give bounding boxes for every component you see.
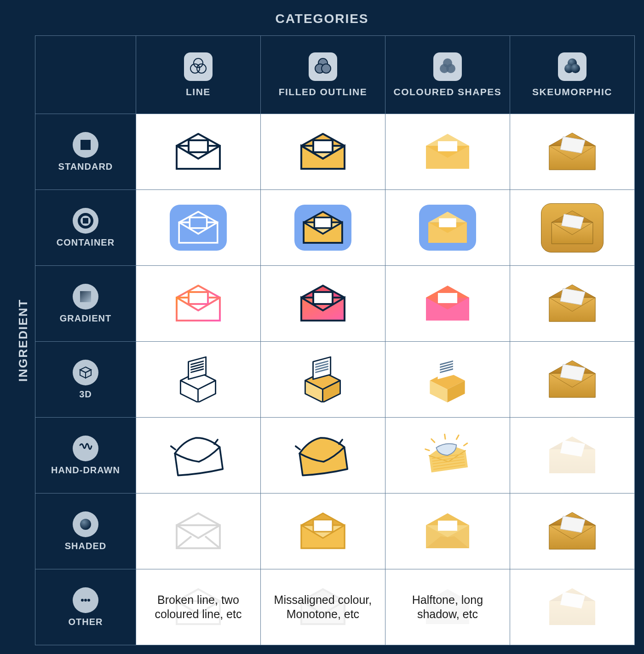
icon-style-matrix: LINE FILLED OUTLINE xyxy=(35,35,635,645)
cell-shaded-skeu xyxy=(510,493,634,569)
col-head-filled-outline: FILLED OUTLINE xyxy=(260,36,385,114)
svg-line-98 xyxy=(426,448,429,451)
svg-marker-62 xyxy=(80,370,86,378)
categories-title: CATEGORIES xyxy=(9,11,635,26)
cell-shaded-coloured xyxy=(385,493,510,569)
cell-3d-line xyxy=(136,342,260,418)
other-text-filled-outline: Missaligned colour, Monotone, etc xyxy=(261,569,385,645)
cell-standard-line xyxy=(136,114,260,190)
svg-point-8 xyxy=(446,64,455,73)
svg-point-127 xyxy=(87,599,90,602)
svg-point-125 xyxy=(81,599,84,602)
cell-container-filled-outline xyxy=(260,190,385,266)
svg-marker-63 xyxy=(86,370,91,378)
venn-skeu-icon xyxy=(558,52,586,81)
cell-container-line xyxy=(136,190,260,266)
svg-line-97 xyxy=(456,435,459,439)
svg-rect-118 xyxy=(438,521,457,531)
svg-point-11 xyxy=(571,64,580,73)
svg-rect-45 xyxy=(80,291,91,302)
cell-standard-filled-outline xyxy=(260,114,385,190)
col-head-coloured-shapes: COLOURED SHAPES xyxy=(385,36,510,114)
svg-rect-114 xyxy=(313,520,333,532)
svg-line-93 xyxy=(296,446,300,450)
row-head-other: OTHER xyxy=(35,569,136,645)
col-label: COLOURED SHAPES xyxy=(386,86,509,98)
svg-point-126 xyxy=(84,599,87,602)
row-head-standard: STANDARD xyxy=(35,114,136,190)
svg-point-2 xyxy=(197,64,206,73)
row-label: 3D xyxy=(38,389,133,400)
svg-line-91 xyxy=(171,446,175,450)
cell-other-coloured: Halftone, long shadow, etc xyxy=(385,569,510,645)
svg-point-0 xyxy=(194,58,203,68)
row-label: HAND-DRAWN xyxy=(38,465,133,476)
svg-rect-48 xyxy=(189,292,208,304)
svg-line-92 xyxy=(214,440,218,444)
svg-point-109 xyxy=(80,519,91,530)
cell-3d-filled-outline xyxy=(260,342,385,418)
cell-standard-skeu xyxy=(510,114,634,190)
cell-gradient-line xyxy=(136,266,260,342)
col-head-line: LINE xyxy=(136,36,260,114)
col-label: LINE xyxy=(137,86,260,98)
cell-3d-skeu xyxy=(510,342,634,418)
row-label: CONTAINER xyxy=(38,237,133,248)
other-text-line: Broken line, two coloured line, etc xyxy=(136,569,260,645)
svg-rect-32 xyxy=(190,218,207,228)
col-head-skeumorphic: SKEUMORPHIC xyxy=(510,36,634,114)
gradient-icon xyxy=(73,284,98,310)
container-icon xyxy=(73,208,98,234)
venn-coloured-icon xyxy=(433,52,462,81)
standard-icon xyxy=(73,132,98,158)
svg-marker-61 xyxy=(80,367,91,373)
scribble-icon xyxy=(73,436,98,461)
row-head-hand-drawn: HAND-DRAWN xyxy=(35,418,136,493)
row-head-gradient: GRADIENT xyxy=(35,266,136,342)
svg-rect-55 xyxy=(438,293,457,303)
svg-rect-39 xyxy=(439,218,456,228)
cell-standard-coloured xyxy=(385,114,510,190)
cell-3d-coloured xyxy=(385,342,510,418)
other-text-coloured: Halftone, long shadow, etc xyxy=(385,569,510,645)
cell-shaded-filled-outline xyxy=(260,493,385,569)
venn-filled-outline-icon xyxy=(309,52,337,81)
cell-shaded-line xyxy=(136,493,260,569)
svg-rect-35 xyxy=(314,218,331,228)
col-label: FILLED OUTLINE xyxy=(261,86,385,98)
row-head-shaded: SHADED xyxy=(35,493,136,569)
ingredient-title: INGREDIENT xyxy=(9,35,35,645)
row-label: OTHER xyxy=(38,617,133,627)
cell-container-coloured xyxy=(385,190,510,266)
sphere-icon xyxy=(73,511,98,537)
cell-gradient-skeu xyxy=(510,266,634,342)
cell-hand-filled-outline xyxy=(260,418,385,493)
cell-gradient-coloured xyxy=(385,266,510,342)
svg-rect-22 xyxy=(438,141,457,151)
row-label: STANDARD xyxy=(38,161,133,172)
svg-rect-12 xyxy=(80,140,91,150)
svg-line-95 xyxy=(445,434,445,439)
cell-container-skeu xyxy=(510,190,634,266)
venn-line-icon xyxy=(184,52,213,81)
col-label: SKEUMORPHIC xyxy=(511,86,634,98)
cell-other-filled-outline: Missaligned colour, Monotone, etc xyxy=(260,569,385,645)
svg-rect-29 xyxy=(83,218,88,224)
row-label: SHADED xyxy=(38,541,133,551)
cell-other-line: Broken line, two coloured line, etc xyxy=(136,569,260,645)
corner-cell xyxy=(35,36,136,114)
row-label: GRADIENT xyxy=(38,313,133,324)
svg-point-5 xyxy=(322,64,331,73)
dots-icon xyxy=(73,587,98,613)
svg-line-94 xyxy=(339,440,343,444)
cell-other-skeu xyxy=(510,569,634,645)
svg-marker-110 xyxy=(177,513,220,525)
svg-rect-15 xyxy=(189,140,208,152)
svg-rect-18 xyxy=(313,140,333,152)
cube-icon xyxy=(73,360,98,385)
row-head-3d: 3D xyxy=(35,342,136,418)
cell-hand-skeu xyxy=(510,418,634,493)
cell-hand-coloured xyxy=(385,418,510,493)
row-head-container: CONTAINER xyxy=(35,190,136,266)
svg-rect-51 xyxy=(313,292,333,304)
